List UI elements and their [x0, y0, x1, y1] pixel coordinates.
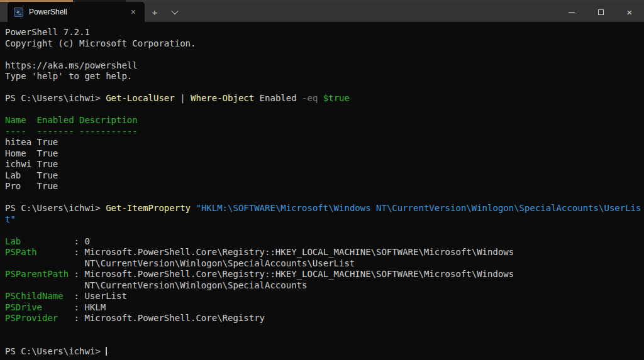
terminal-text: PSParentPath [5, 269, 69, 279]
terminal-line: PSProvider : Microsoft.PowerShell.Core\R… [5, 313, 644, 324]
terminal-text: : Microsoft.PowerShell.Core\Registry [58, 313, 265, 323]
terminal-line [5, 82, 644, 94]
terminal-text: : Microsoft.PowerShell.Core\Registry::HK… [37, 247, 514, 257]
terminal-line: PSPath : Microsoft.PowerShell.Core\Regis… [5, 247, 644, 258]
terminal-text: PS C:\Users\ichwi> [5, 93, 106, 103]
terminal-line: PS C:\Users\ichwi> Get-ItemProperty "HKL… [5, 203, 644, 214]
terminal-text: | [175, 93, 191, 103]
text-cursor [106, 347, 107, 356]
powershell-icon: >_ [14, 8, 23, 17]
terminal-line: PSChildName : UserList [5, 291, 644, 302]
terminal-text: : Microsoft.PowerShell.Core\Registry::HK… [69, 269, 514, 279]
terminal-line: Name Enabled Description [5, 115, 644, 126]
terminal-text: Copyright (c) Microsoft Corporation. [5, 38, 196, 48]
maximize-icon [598, 9, 604, 15]
terminal-text: : 0 [21, 236, 90, 246]
terminal-line [5, 192, 644, 204]
terminal-line: Copyright (c) Microsoft Corporation. [5, 38, 644, 50]
terminal-line [5, 225, 644, 236]
terminal-text: PS C:\Users\ichwi> [5, 203, 106, 213]
terminal-text: PSDrive [5, 302, 42, 312]
terminal-content[interactable]: PowerShell 7.2.1Copyright (c) Microsoft … [0, 22, 644, 360]
terminal-text: PS C:\Users\ichwi> [5, 346, 106, 356]
terminal-text: Lab True [5, 170, 58, 180]
terminal-text: -eq [302, 93, 318, 103]
terminal-line [5, 104, 644, 116]
terminal-text: $true [323, 93, 350, 103]
terminal-line: ichwi True [5, 159, 644, 170]
terminal-line: Lab True [5, 170, 644, 182]
window-controls: × [557, 2, 644, 22]
terminal-text: NT\CurrentVersion\Winlogon\SpecialAccoun… [5, 280, 307, 290]
terminal-text: Pro True [5, 181, 58, 191]
terminal-text: ichwi True [5, 159, 58, 169]
close-button[interactable]: × [615, 2, 644, 22]
terminal-line: PS C:\Users\ichwi> Get-LocalUser | Where… [5, 93, 644, 104]
terminal-text: Home True [5, 148, 58, 158]
terminal-text: "HKLM:\SOFTWARE\Microsoft\Windows NT\Cur… [196, 203, 641, 213]
terminal-line [5, 324, 644, 335]
terminal-text: Get-LocalUser [106, 93, 175, 103]
titlebar-drag-region[interactable]: >_ PowerShell × + × [0, 2, 644, 22]
terminal-text: Name Enabled Description [5, 115, 138, 125]
terminal-line: https://aka.ms/powershell [5, 60, 644, 72]
chevron-down-icon [171, 8, 178, 14]
minimize-button[interactable] [557, 2, 586, 22]
terminal-line [5, 335, 644, 346]
terminal-line: Pro True [5, 181, 644, 192]
terminal-text: PowerShell 7.2.1 [5, 27, 90, 37]
minimize-icon [569, 12, 575, 13]
terminal-line: PSDrive : HKLM [5, 302, 644, 314]
terminal-line: Type 'help' to get help. [5, 71, 644, 82]
terminal-line: hitea True [5, 137, 644, 148]
terminal-text: PSChildName [5, 291, 64, 301]
tab-close-icon[interactable]: × [128, 6, 138, 18]
terminal-line: PSParentPath : Microsoft.PowerShell.Core… [5, 269, 644, 280]
terminal-text: Get-ItemProperty [106, 203, 191, 213]
terminal-line: Home True [5, 148, 644, 160]
terminal-text: PSProvider [5, 313, 58, 323]
terminal-text: Type 'help' to get help. [5, 71, 132, 81]
tab-dropdown-button[interactable] [165, 2, 185, 22]
tab-powershell[interactable]: >_ PowerShell × [8, 2, 145, 22]
terminal-line: NT\CurrentVersion\Winlogon\SpecialAccoun… [5, 280, 644, 292]
terminal-text: PSPath [5, 247, 37, 257]
terminal-line: PS C:\Users\ichwi> [5, 346, 644, 357]
terminal-line: PowerShell 7.2.1 [5, 27, 644, 38]
terminal-text: : UserList [64, 291, 127, 301]
terminal-text: Lab [5, 236, 21, 246]
terminal-text: https://aka.ms/powershell [5, 60, 138, 70]
terminal-text: hitea True [5, 137, 58, 147]
terminal-text [318, 93, 323, 103]
terminal-text: Where-Object [191, 93, 254, 103]
terminal-line: NT\CurrentVersion\Winlogon\SpecialAccoun… [5, 258, 644, 270]
new-tab-button[interactable]: + [145, 2, 165, 22]
terminal-text: ---- ------- ----------- [5, 126, 138, 136]
maximize-button[interactable] [586, 2, 615, 22]
terminal-line [5, 49, 644, 60]
terminal-text: NT\CurrentVersion\Winlogon\SpecialAccoun… [5, 258, 355, 268]
terminal-line: ---- ------- ----------- [5, 126, 644, 138]
close-icon: × [627, 8, 633, 17]
terminal-text: : HKLM [42, 302, 106, 312]
tab-title: PowerShell [29, 8, 128, 16]
terminal-text: Enabled [254, 93, 302, 103]
terminal-text: t" [5, 214, 16, 224]
terminal-line: t" [5, 214, 644, 226]
terminal-line: Lab : 0 [5, 236, 644, 248]
